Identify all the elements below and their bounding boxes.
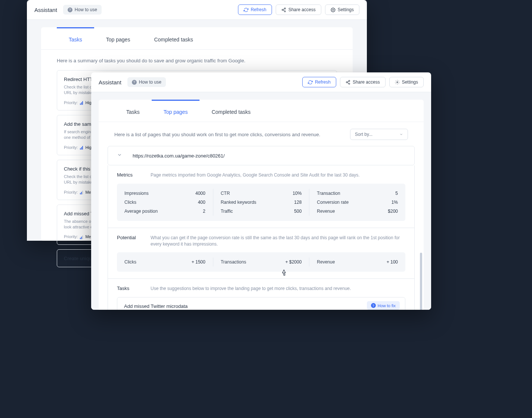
svg-point-1 [282, 9, 283, 10]
metrics-section: Metrics Page metrics imported from Googl… [108, 165, 415, 228]
metric-row: Conversion rate1% [317, 198, 398, 207]
metric-row: Average position2 [124, 207, 205, 216]
potential-section: Potential What you can get if the page c… [108, 228, 415, 279]
svg-point-8 [349, 83, 350, 84]
how-to-use-label: How to use [75, 7, 97, 12]
sort-by-select[interactable]: Sort by... [350, 129, 408, 140]
metric-row: Clicks400 [124, 198, 205, 207]
priority-bars-icon [80, 191, 83, 194]
svg-line-10 [347, 81, 349, 82]
svg-point-2 [284, 10, 285, 12]
app-title: Assistant [99, 79, 121, 85]
metric-row: Traffic500 [221, 207, 302, 216]
settings-button[interactable]: Settings [389, 77, 424, 87]
toolbar: Refresh Share access Settings [238, 4, 359, 15]
tab-top-pages[interactable]: Top pages [152, 100, 200, 122]
app-title: Assistant [34, 7, 57, 13]
tab-completed[interactable]: Completed tasks [142, 27, 205, 49]
section-desc: Use the suggestions below to improve the… [151, 286, 351, 292]
topbar: Assistant ? How to use Refresh Share acc… [27, 0, 367, 20]
help-icon: ? [371, 303, 376, 308]
refresh-button[interactable]: Refresh [238, 4, 272, 15]
chevron-down-icon[interactable] [117, 152, 122, 159]
svg-point-0 [284, 8, 285, 9]
priority-bars-icon [80, 235, 83, 239]
tab-tasks[interactable]: Tasks [57, 27, 94, 49]
svg-line-4 [283, 9, 285, 9]
metrics-col: Clicks+ 1500 [117, 258, 213, 266]
metrics-col: CTR10% Ranked keywords128 Traffic500 [213, 189, 310, 216]
metric-row: Impressions4000 [124, 189, 205, 198]
cursor-icon [281, 269, 287, 277]
page-url: https://rozetka.com.ua/game-zone/c80261/ [133, 153, 225, 159]
tabs: Tasks Top pages Completed tasks [41, 27, 353, 50]
assistant-panel-front: Assistant ? How to use Refresh Share acc… [91, 72, 431, 310]
sort-row: Here is a list of pages that you should … [99, 122, 424, 146]
task-title: Add missed Twitter microdata [124, 303, 188, 309]
priority-bars-icon [80, 101, 83, 105]
section-label: Metrics [117, 172, 139, 178]
metrics-col: Transactions+ $2000 [213, 258, 310, 266]
front-card: Tasks Top pages Completed tasks Here is … [99, 100, 424, 310]
toolbar: Refresh Share access Settings [302, 77, 424, 87]
help-icon: ? [68, 7, 72, 12]
tabs: Tasks Top pages Completed tasks [99, 100, 424, 122]
tasks-section: Tasks Use the suggestions below to impro… [108, 279, 415, 310]
svg-point-11 [397, 81, 398, 82]
metrics-col: Transaction5 Conversion rate1% Revenue$2… [309, 189, 405, 216]
gear-icon [331, 7, 335, 12]
metric-row: CTR10% [221, 189, 302, 198]
tab-completed[interactable]: Completed tasks [200, 100, 262, 122]
summary-text: Here is a summary of tasks you should do… [41, 50, 353, 70]
how-to-use-chip[interactable]: ? How to use [127, 77, 166, 87]
metrics-col: Impressions4000 Clicks400 Average positi… [117, 189, 213, 216]
svg-point-6 [349, 80, 350, 81]
scrollbar-thumb[interactable] [420, 253, 422, 310]
front-body: Tasks Top pages Completed tasks Here is … [91, 92, 431, 310]
svg-line-9 [347, 82, 349, 83]
tab-top-pages[interactable]: Top pages [94, 27, 142, 49]
refresh-button[interactable]: Refresh [302, 77, 336, 87]
section-label: Tasks [117, 286, 139, 291]
share-icon [281, 7, 286, 12]
section-desc: What you can get if the page conversion … [151, 235, 405, 247]
refresh-icon [244, 7, 248, 12]
priority-bars-icon [80, 146, 83, 150]
topbar: Assistant ? How to use Refresh Share acc… [91, 72, 431, 92]
share-icon [346, 80, 350, 85]
chevron-down-icon [399, 132, 403, 136]
page-row[interactable]: https://rozetka.com.ua/game-zone/c80261/ [108, 146, 415, 165]
svg-point-5 [332, 9, 334, 10]
share-button[interactable]: Share access [276, 4, 321, 15]
summary-text: Here is a list of pages that you should … [114, 132, 343, 137]
potential-table: Clicks+ 1500 Transactions+ $2000 Revenue… [117, 252, 405, 272]
metric-row: Transaction5 [317, 189, 398, 198]
gear-icon [395, 80, 400, 85]
how-to-fix-button[interactable]: ?How to fix [367, 301, 400, 310]
metrics-col: Revenue+ 100 [309, 258, 405, 266]
metric-row: Ranked keywords128 [221, 198, 302, 207]
how-to-use-chip[interactable]: ? How to use [63, 5, 102, 15]
section-label: Potential [117, 235, 139, 240]
settings-button[interactable]: Settings [325, 4, 359, 15]
section-desc: Page metrics imported from Google Analyt… [151, 172, 360, 178]
svg-point-7 [346, 81, 347, 82]
help-icon: ? [132, 80, 137, 85]
refresh-icon [308, 80, 313, 85]
metrics-table: Impressions4000 Clicks400 Average positi… [117, 184, 405, 221]
metric-row: Revenue$200 [317, 207, 398, 216]
share-button[interactable]: Share access [340, 77, 386, 87]
svg-line-3 [283, 10, 285, 11]
task-card[interactable]: Add missed Twitter microdata The absence… [117, 297, 405, 310]
tab-tasks[interactable]: Tasks [114, 100, 152, 122]
